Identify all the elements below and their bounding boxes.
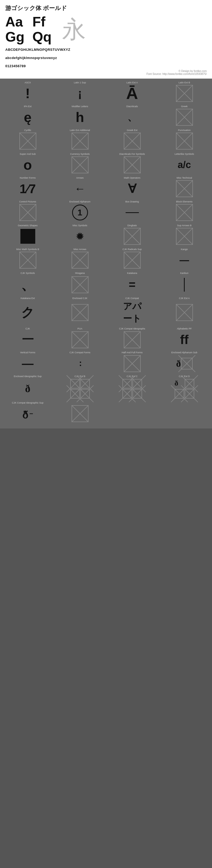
vertical-line-glyph — [184, 278, 185, 291]
glyph-cjkcompat: アパート — [123, 300, 141, 325]
glyph-latinexta: Ā — [126, 85, 138, 102]
cell-cjkradicalssup: CJK Radicals Sup — [106, 247, 158, 271]
cell-cjkextc: CJK Ext C — [106, 374, 158, 400]
glyph-hiragana — [72, 275, 88, 294]
label-enclosedalphanum: Enclosed Alphanum — [70, 200, 90, 203]
label-katakanaext: Katakana Ext — [21, 297, 35, 300]
label-verticalforms: Vertical Forms — [20, 351, 35, 354]
glyph-controlpictures — [19, 204, 36, 221]
label-halfandfull: Half And Full Forms — [122, 351, 142, 354]
cell-pad2 — [158, 400, 210, 427]
label-cjk: CJK — [25, 327, 30, 330]
cell-verticalforms: Vertical Forms — — [2, 350, 54, 374]
glyph-cjksymbols: 、 — [21, 275, 35, 294]
label-cjkextb: CJK Ext B — [75, 375, 85, 378]
digits: 0123456789 — [5, 63, 207, 69]
glyph-greekext — [124, 132, 141, 150]
glyph-katakanaext: ク — [21, 300, 34, 325]
preview-gg: Gg — [5, 29, 24, 44]
glyph-suparrowsb — [176, 227, 193, 245]
preview-ff: Ff — [32, 14, 51, 29]
cell-cjkcompatforms: CJK Compat Forms ： — [54, 350, 106, 374]
label-cyrillic: Cyrillic — [24, 129, 31, 132]
label-cjkcompatideosup: CJK Compat Ideographic Sup — [12, 401, 44, 404]
glyph-kango: ― — [180, 251, 189, 269]
glyph-enclosedalphanumsub: ð — [176, 354, 193, 372]
glyph-boxdrawing — [126, 204, 139, 221]
cell-katakana: Katakana = — [106, 271, 158, 296]
cell-pua: PUA — [54, 326, 106, 350]
glyph-kanbun — [184, 275, 185, 294]
cell-miscsymbols: Misc Symbols ✹ — [54, 223, 106, 247]
glyph-enclideosup: ð — [25, 378, 30, 399]
glyph-enclosedcjk — [72, 300, 88, 325]
preview-aa: Aa — [5, 14, 24, 29]
cell-kanbun: Kanbun — [158, 271, 210, 296]
cell-letterlike: Letterlike Symbols a/c — [158, 152, 210, 176]
label-modifier: Modifier Letters — [72, 105, 88, 108]
glyph-latin1sup: ¡ — [78, 85, 82, 102]
label-greekext: Greek Ext — [127, 129, 137, 132]
label-ascii: ASCII — [25, 81, 31, 84]
filled-square-glyph — [20, 229, 35, 244]
glyph-currency — [72, 156, 88, 174]
glyph-miscmathb — [19, 251, 36, 269]
alphabet-lower: abcdefghijklmnopqrstuvwxyz — [5, 55, 207, 61]
circle-1-glyph: 1 — [72, 205, 88, 220]
cell-greekext: Greek Ext — [106, 128, 158, 152]
cell-cjkextb: CJK Ext B — [54, 374, 106, 400]
cell-ascii: ASCII ! — [2, 80, 54, 104]
label-enclideosup: Enclosed Ideographic Sup — [14, 375, 42, 378]
glyph-diacriticals: 、 — [128, 108, 137, 126]
label-mathoperators: Math Operators — [124, 177, 140, 179]
label-numberforms: Number Forms — [20, 177, 35, 179]
line-glyph — [126, 212, 139, 213]
cell-miscmathb: Misc Math Symbols B — [2, 247, 54, 271]
label-arrows: Arrows — [76, 177, 83, 179]
cell-ipaext: IPA Ext ę — [2, 104, 54, 128]
label-enclosedalphanumsub: Enclosed Alphanum Sub — [171, 351, 197, 354]
label-cjkexta: CJK Ext A — [179, 297, 190, 300]
cell-numberforms: Number Forms 1⁄7 — [2, 176, 54, 199]
label-blockelements: Block Elements — [176, 200, 192, 203]
cell-cyrillic: Cyrillic — [2, 128, 54, 152]
glyph-superandsub: o — [24, 156, 32, 174]
cell-greek: Greek — [158, 104, 210, 128]
label-miscsymbols: Misc Symbols — [73, 224, 87, 227]
label-misctechnical: Misc Technical — [177, 177, 192, 179]
label-latinextb: Latin Ext B — [179, 81, 190, 84]
label-miscarrows: Misc Arrows — [73, 248, 86, 251]
glyph-cjkradicalssup — [124, 251, 141, 269]
label-cjkextd: CJK Ext D — [179, 375, 190, 378]
label-cjkcompat: CJK Compat — [125, 297, 139, 300]
label-boxdrawing: Box Drawing — [125, 200, 139, 203]
font-preview: Aa Ff Gg Qq 永 — [5, 14, 207, 44]
glyph-misctechnical — [176, 180, 193, 198]
label-greek: Greek — [181, 105, 188, 108]
cell-blockelements: Block Elements — [158, 199, 210, 223]
label-hiragana: Hiragana — [75, 272, 85, 275]
cell-cjksymbols: CJK Symbols 、 — [2, 271, 54, 296]
glyph-miscsymbols: ✹ — [76, 227, 84, 245]
cell-superandsub: Super And Sub o — [2, 152, 54, 176]
glyph-empty — [72, 402, 88, 425]
label-letterlike: Letterlike Symbols — [175, 153, 194, 156]
cell-kango: Kango ― — [158, 247, 210, 271]
cell-latinextadditional: Latin Ext Additional — [54, 128, 106, 152]
glyph-blockelements — [176, 204, 193, 221]
label-currency: Currency Symbols — [70, 153, 90, 156]
label-enclosedcjk: Enclosed CJK — [72, 297, 87, 300]
cell-cjkextd: CJK Ext D ð — [158, 374, 210, 400]
cell-dingbats: Dingbats — [106, 223, 158, 247]
cell-punctuation: Punctuation — [158, 128, 210, 152]
cell-geometricshapes: Geometric Shapes — [2, 223, 54, 247]
character-grid: ASCII ! Latin 1 Sup ¡ Latin Ext A Ā Lati… — [0, 79, 212, 429]
header: 游ゴシック体 ボールド Aa Ff Gg Qq 永 ABCDEFGHIJKLMN… — [0, 0, 212, 79]
glyph-greek — [176, 108, 193, 126]
label-ipaext: IPA Ext — [24, 105, 31, 108]
label-superandsub: Super And Sub — [20, 153, 36, 156]
label-cjksymbols: CJK Symbols — [20, 272, 35, 275]
glyph-punctuation — [176, 132, 193, 150]
label-diacriticalsforsymbols: Diacriticals For Symbols — [119, 153, 145, 156]
cell-enclosedalphanumsub: Enclosed Alphanum Sub ð — [158, 350, 210, 374]
